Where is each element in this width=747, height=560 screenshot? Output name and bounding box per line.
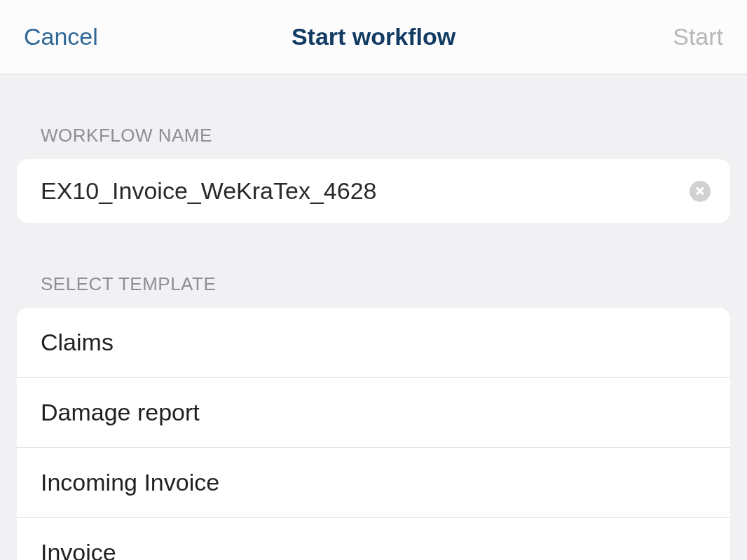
header-center: Start workflow xyxy=(257,23,491,50)
content-area: WORKFLOW NAME SELECT TEMPLATE Claims Dam… xyxy=(0,125,747,560)
header-left: Cancel xyxy=(24,23,257,50)
clear-icon xyxy=(690,181,711,202)
workflow-name-label: WORKFLOW NAME xyxy=(0,125,747,146)
cancel-button[interactable]: Cancel xyxy=(24,23,98,50)
workflow-name-input[interactable] xyxy=(41,177,690,205)
template-item-claims[interactable]: Claims xyxy=(17,308,730,378)
select-template-label: SELECT TEMPLATE xyxy=(0,273,747,295)
template-item-incoming-invoice[interactable]: Incoming Invoice xyxy=(17,448,730,518)
start-button[interactable]: Start xyxy=(673,23,723,50)
template-item-invoice[interactable]: Invoice xyxy=(17,518,730,560)
modal-header: Cancel Start workflow Start xyxy=(0,0,747,74)
template-list: Claims Damage report Incoming Invoice In… xyxy=(17,308,730,560)
clear-input-button[interactable] xyxy=(690,181,711,202)
workflow-name-container xyxy=(17,159,730,223)
header-right: Start xyxy=(490,23,723,50)
template-item-damage-report[interactable]: Damage report xyxy=(17,378,730,448)
page-title: Start workflow xyxy=(292,23,455,50)
